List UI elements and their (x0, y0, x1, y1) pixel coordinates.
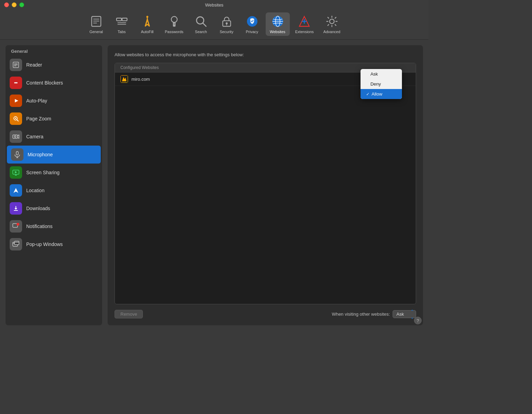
websites-table: Configured Websites miro.com Ask (115, 63, 416, 304)
svg-line-18 (203, 23, 206, 27)
sidebar-label-page-zoom: Page Zoom (26, 116, 51, 121)
toolbar-label-tabs: Tabs (118, 30, 126, 34)
advanced-icon (325, 14, 339, 28)
location-icon (10, 184, 22, 197)
toolbar: General Tabs AutoFill (0, 10, 428, 40)
svg-point-45 (14, 136, 16, 138)
svg-point-61 (17, 223, 19, 226)
camera-icon (10, 130, 22, 143)
sidebar-header: General (6, 45, 102, 56)
toolbar-label-privacy: Privacy (246, 30, 258, 34)
auto-play-icon (10, 95, 22, 107)
sidebar-item-notifications[interactable]: Notifications (6, 217, 102, 235)
svg-rect-64 (14, 241, 19, 245)
title-bar: Websites (0, 0, 428, 10)
toolbar-label-passwords: Passwords (165, 30, 184, 34)
toolbar-item-passwords[interactable]: Passwords (161, 12, 188, 36)
help-button[interactable]: ? (414, 317, 422, 324)
sidebar-item-auto-play[interactable]: Auto-Play (6, 92, 102, 110)
window-title: Websites (205, 2, 223, 8)
bottom-bar: Remove When visiting other websites: Ask… (115, 308, 416, 318)
maximize-button[interactable] (19, 2, 24, 7)
tabs-icon (115, 14, 129, 28)
content-blockers-icon (10, 77, 22, 89)
sidebar-label-auto-play: Auto-Play (26, 98, 47, 103)
other-websites-section: When visiting other websites: Ask Deny A… (332, 310, 416, 318)
close-button[interactable] (4, 2, 9, 7)
table-row[interactable]: miro.com Ask Deny ✓ Allow (115, 72, 416, 86)
other-websites-dropdown[interactable]: Ask Deny Allow (393, 310, 416, 318)
screen-sharing-icon (10, 166, 22, 179)
sidebar-label-downloads: Downloads (26, 206, 50, 211)
sidebar-item-content-blockers[interactable]: Content Blockers (6, 74, 102, 92)
svg-rect-4 (117, 18, 121, 21)
svg-point-20 (226, 22, 228, 24)
toolbar-item-search[interactable]: Search (189, 12, 213, 36)
popup-windows-icon (10, 238, 22, 250)
sidebar: General Reader Content Blockers (6, 45, 102, 325)
permission-dropdown-popup: Ask Deny ✓ Allow (361, 69, 402, 99)
sidebar-item-microphone[interactable]: Microphone (7, 146, 101, 164)
microphone-icon (11, 148, 23, 161)
svg-rect-44 (13, 135, 18, 138)
sidebar-label-microphone: Microphone (28, 152, 53, 157)
sidebar-label-popup-windows: Pop-up Windows (26, 241, 63, 247)
right-panel: Allow websites to access the microphone … (108, 45, 423, 325)
toolbar-label-websites: Websites (270, 30, 285, 34)
notifications-icon (10, 220, 22, 233)
toolbar-item-advanced[interactable]: Advanced (319, 12, 344, 36)
toolbar-label-security: Security (220, 30, 234, 34)
other-websites-label: When visiting other websites: (332, 312, 390, 317)
option-deny[interactable]: Deny (361, 79, 402, 89)
other-websites-dropdown-wrapper: Ask Deny Allow ⌃⌄ (393, 310, 416, 318)
toolbar-label-autofill: AutoFill (141, 30, 154, 34)
toolbar-item-security[interactable]: Security (215, 12, 239, 36)
downloads-icon (10, 202, 22, 215)
toolbar-item-extensions[interactable]: Extensions (291, 12, 318, 36)
passwords-icon (167, 14, 181, 28)
toolbar-label-advanced: Advanced (323, 30, 340, 34)
svg-marker-46 (18, 135, 19, 138)
toolbar-item-privacy[interactable]: Privacy (240, 12, 264, 36)
svg-rect-47 (16, 151, 18, 155)
remove-button[interactable]: Remove (115, 310, 143, 318)
toolbar-label-search: Search (195, 30, 207, 34)
privacy-icon (245, 14, 259, 28)
toolbar-item-autofill[interactable]: AutoFill (135, 12, 159, 36)
site-favicon (120, 75, 128, 83)
autofill-icon (140, 14, 154, 28)
sidebar-item-page-zoom[interactable]: Page Zoom (6, 110, 102, 128)
svg-point-30 (329, 19, 334, 23)
sidebar-item-downloads[interactable]: Downloads (6, 199, 102, 217)
sidebar-label-screen-sharing: Screen Sharing (26, 170, 60, 175)
sidebar-label-camera: Camera (26, 134, 43, 139)
toolbar-label-extensions: Extensions (295, 30, 314, 34)
toolbar-item-tabs[interactable]: Tabs (110, 12, 134, 36)
sidebar-label-reader: Reader (26, 62, 42, 68)
sidebar-item-camera[interactable]: Camera (6, 128, 102, 146)
toolbar-item-websites[interactable]: Websites (266, 12, 290, 36)
traffic-lights (4, 2, 24, 7)
sidebar-label-content-blockers: Content Blockers (26, 80, 63, 86)
sidebar-label-notifications: Notifications (26, 224, 52, 229)
websites-icon (271, 14, 285, 28)
toolbar-label-general: General (89, 30, 103, 34)
security-icon (220, 14, 234, 28)
sidebar-item-reader[interactable]: Reader (6, 56, 102, 74)
general-icon (89, 14, 103, 28)
sidebar-item-popup-windows[interactable]: Pop-up Windows (6, 235, 102, 253)
sidebar-label-location: Location (26, 188, 45, 193)
search-toolbar-icon (194, 14, 208, 28)
reader-icon (10, 59, 22, 71)
sidebar-item-screen-sharing[interactable]: Screen Sharing (6, 164, 102, 181)
option-ask[interactable]: Ask (361, 69, 402, 79)
main-content: General Reader Content Blockers (0, 40, 428, 331)
svg-marker-53 (15, 171, 17, 173)
sidebar-item-location[interactable]: Location (6, 181, 102, 199)
toolbar-item-general[interactable]: General (84, 12, 108, 36)
svg-point-14 (171, 17, 177, 22)
extensions-icon (297, 14, 311, 28)
svg-point-13 (146, 16, 148, 18)
option-allow[interactable]: ✓ Allow (361, 89, 402, 99)
minimize-button[interactable] (12, 2, 17, 7)
